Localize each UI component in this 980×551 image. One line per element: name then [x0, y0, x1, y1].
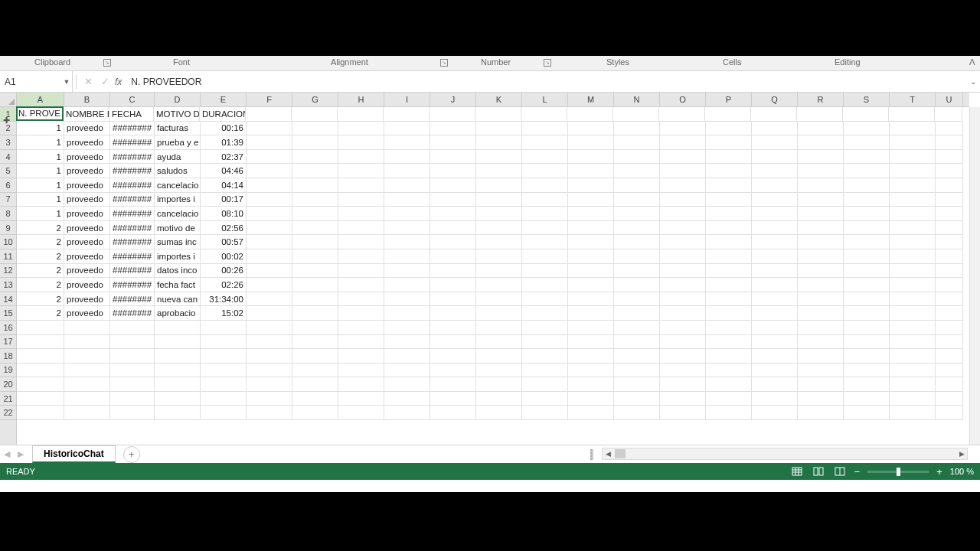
- cell[interactable]: [798, 207, 844, 221]
- column-header[interactable]: U: [936, 93, 963, 106]
- cell[interactable]: [246, 107, 292, 122]
- row-header[interactable]: 15: [0, 306, 16, 321]
- cell[interactable]: [384, 321, 430, 335]
- cell[interactable]: [338, 292, 384, 307]
- cell[interactable]: [338, 349, 384, 364]
- cell[interactable]: [798, 306, 844, 321]
- cell[interactable]: FECHA: [109, 107, 154, 122]
- cell[interactable]: [476, 122, 522, 136]
- cell[interactable]: [798, 335, 844, 350]
- cell[interactable]: [936, 135, 963, 150]
- cell[interactable]: [798, 377, 844, 392]
- cell[interactable]: proveedo: [64, 135, 110, 150]
- cell[interactable]: [430, 392, 476, 406]
- cell[interactable]: [201, 392, 247, 406]
- cell[interactable]: [64, 392, 110, 406]
- cell[interactable]: [660, 164, 706, 178]
- cell[interactable]: 1: [17, 135, 64, 150]
- clipboard-launcher-icon[interactable]: ↘: [103, 59, 111, 67]
- cell[interactable]: [660, 349, 706, 364]
- cell[interactable]: [660, 235, 706, 249]
- cell[interactable]: [384, 278, 430, 292]
- cell[interactable]: importes i: [155, 193, 201, 207]
- cell[interactable]: [430, 335, 476, 350]
- cell[interactable]: [844, 306, 890, 321]
- cell[interactable]: [64, 406, 110, 420]
- cell[interactable]: [292, 335, 338, 350]
- cell[interactable]: ########: [110, 207, 155, 221]
- row-header[interactable]: 22: [0, 406, 16, 420]
- cell[interactable]: [798, 249, 844, 264]
- cell[interactable]: proveedo: [64, 264, 110, 279]
- cell[interactable]: [706, 249, 752, 264]
- cell[interactable]: [890, 335, 936, 350]
- cell[interactable]: [247, 221, 292, 236]
- cell[interactable]: ayuda: [155, 150, 201, 165]
- cell[interactable]: [890, 235, 936, 249]
- cell[interactable]: [521, 107, 567, 122]
- row-header[interactable]: 5: [0, 164, 16, 178]
- cell[interactable]: [844, 164, 890, 178]
- cell[interactable]: [752, 164, 798, 178]
- cell[interactable]: [706, 292, 752, 307]
- cell[interactable]: [752, 406, 798, 420]
- cell[interactable]: [201, 406, 247, 420]
- row-header[interactable]: 20: [0, 377, 16, 392]
- cell[interactable]: [890, 207, 936, 221]
- cell[interactable]: [890, 264, 936, 279]
- cell[interactable]: [110, 349, 155, 364]
- cell[interactable]: [17, 392, 64, 406]
- cell[interactable]: N. PROVE: [16, 106, 64, 121]
- cell[interactable]: [292, 193, 338, 207]
- cell[interactable]: [706, 178, 752, 193]
- row-header[interactable]: 10: [0, 235, 16, 249]
- cell[interactable]: [430, 221, 476, 236]
- cell[interactable]: [706, 221, 752, 236]
- cell[interactable]: [614, 150, 660, 165]
- cell[interactable]: [614, 335, 660, 350]
- cell[interactable]: [155, 392, 201, 406]
- cell[interactable]: facturas: [155, 122, 201, 136]
- cell[interactable]: proveedo: [64, 278, 110, 292]
- zoom-in-button[interactable]: +: [936, 466, 942, 478]
- cell[interactable]: [752, 278, 798, 292]
- cell[interactable]: [935, 107, 962, 122]
- cell[interactable]: [752, 335, 798, 350]
- cell[interactable]: [660, 249, 706, 264]
- cell[interactable]: [338, 249, 384, 264]
- cell[interactable]: [110, 406, 155, 420]
- cell[interactable]: [384, 335, 430, 350]
- cell[interactable]: [660, 122, 706, 136]
- cell[interactable]: [614, 392, 660, 406]
- cell[interactable]: [247, 377, 292, 392]
- cell[interactable]: MOTIVO D: [154, 107, 200, 122]
- zoom-out-button[interactable]: −: [854, 466, 861, 478]
- cell[interactable]: [17, 364, 64, 378]
- cell[interactable]: proveedo: [64, 235, 110, 249]
- cell[interactable]: [292, 221, 338, 236]
- cell[interactable]: [798, 122, 844, 136]
- cell[interactable]: [430, 235, 476, 249]
- cell[interactable]: [706, 264, 752, 279]
- cell[interactable]: [110, 335, 155, 350]
- cell[interactable]: [430, 107, 475, 122]
- cell[interactable]: [752, 235, 798, 249]
- cell[interactable]: [292, 406, 338, 420]
- cell[interactable]: [936, 392, 963, 406]
- cell[interactable]: [522, 406, 568, 420]
- cell[interactable]: [706, 150, 752, 165]
- cell[interactable]: [292, 249, 338, 264]
- cell[interactable]: [660, 406, 706, 420]
- row-header[interactable]: 1: [0, 107, 16, 122]
- cell[interactable]: [17, 335, 64, 350]
- cell[interactable]: 01:39: [201, 135, 247, 150]
- cell[interactable]: [247, 122, 292, 136]
- cell[interactable]: [247, 164, 292, 178]
- cell[interactable]: [568, 406, 614, 420]
- cell[interactable]: [706, 306, 752, 321]
- cell[interactable]: ########: [110, 150, 155, 165]
- cell[interactable]: [522, 292, 568, 307]
- cell[interactable]: [752, 122, 798, 136]
- cell[interactable]: [844, 235, 890, 249]
- select-all-triangle[interactable]: [0, 93, 17, 107]
